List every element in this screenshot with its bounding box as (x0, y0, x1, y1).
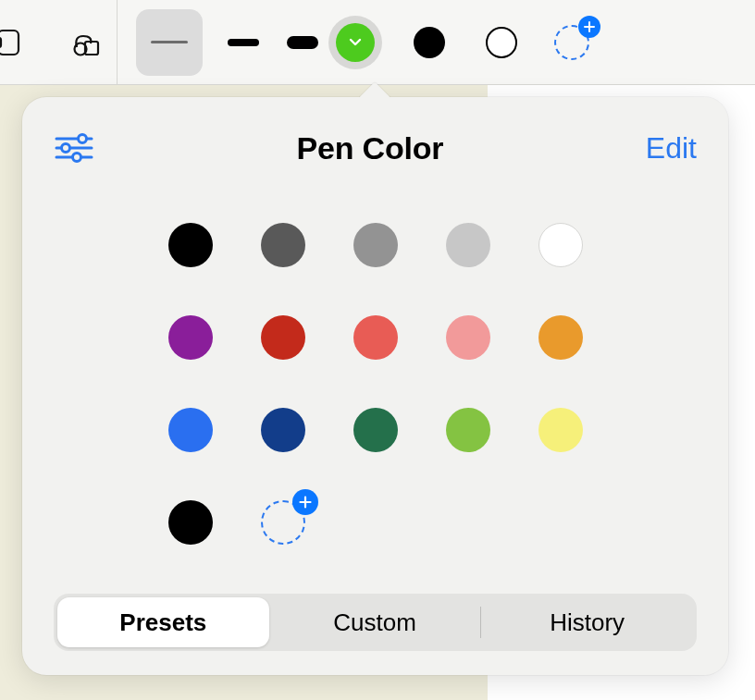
color-swatch[interactable] (538, 223, 583, 267)
stroke-thin-glyph (151, 41, 188, 43)
toolbar-left-group (0, 27, 102, 58)
tab-presets-label: Presets (119, 608, 206, 637)
pen-color-swatch (336, 23, 375, 62)
edit-button[interactable]: Edit (646, 131, 697, 166)
color-swatch[interactable] (446, 315, 490, 360)
color-swatch[interactable] (168, 408, 213, 452)
color-swatch[interactable] (353, 408, 398, 452)
shapes-icon[interactable] (70, 27, 102, 58)
stroke-thick-button[interactable] (284, 9, 321, 76)
tab-custom-label: Custom (333, 608, 416, 637)
color-swatch[interactable] (353, 223, 398, 267)
plus-badge-icon (578, 16, 600, 38)
color-swatch[interactable] (538, 315, 583, 360)
svg-rect-0 (0, 31, 19, 55)
popover-header: Pen Color Edit (54, 121, 697, 175)
add-color-button-toolbar[interactable] (554, 25, 589, 60)
sliders-icon[interactable] (54, 129, 94, 166)
add-color-button[interactable] (261, 500, 305, 545)
plus-badge-icon (292, 489, 318, 515)
stroke-thick-glyph (287, 36, 318, 49)
color-tabs-segmented-control: Presets Custom History (54, 594, 697, 651)
color-swatch[interactable] (446, 408, 490, 452)
color-swatch[interactable] (261, 408, 305, 452)
insert-template-icon[interactable] (0, 27, 24, 58)
fill-color-swatch[interactable] (414, 27, 445, 58)
top-toolbar (0, 0, 755, 85)
tab-history-label: History (550, 608, 625, 637)
popover-title: Pen Color (297, 130, 444, 166)
color-swatch[interactable] (261, 223, 305, 267)
tab-presets[interactable]: Presets (57, 597, 269, 647)
toolbar-divider (117, 0, 118, 85)
tab-history[interactable]: History (481, 597, 693, 647)
stroke-weight-group (136, 9, 321, 76)
svg-point-7 (79, 135, 87, 143)
stroke-medium-button[interactable] (225, 9, 262, 76)
popover-arrow (359, 81, 390, 97)
stroke-color-swatch[interactable] (486, 27, 517, 58)
color-swatch[interactable] (353, 315, 398, 360)
svg-point-9 (73, 154, 81, 162)
stroke-medium-glyph (228, 39, 259, 46)
tab-custom[interactable]: Custom (269, 597, 481, 647)
color-swatch[interactable] (446, 223, 490, 267)
svg-point-8 (62, 144, 70, 153)
color-swatch-grid (54, 223, 697, 545)
color-swatch[interactable] (168, 223, 213, 267)
color-swatch[interactable] (261, 315, 305, 360)
color-swatch[interactable] (168, 315, 213, 360)
color-swatch[interactable] (168, 500, 213, 545)
pen-color-button[interactable] (328, 16, 382, 69)
chevron-down-icon (349, 36, 362, 49)
pen-color-popover: Pen Color Edit Presets Custom History (22, 97, 728, 675)
stroke-thin-button[interactable] (136, 9, 203, 76)
color-swatch[interactable] (538, 408, 583, 452)
svg-rect-1 (0, 38, 1, 47)
